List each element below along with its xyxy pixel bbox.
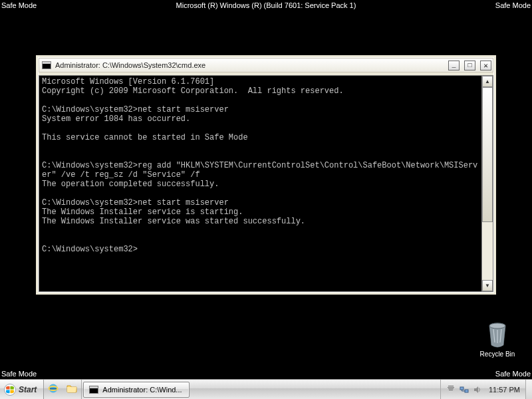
cmd-window-title: Administrator: C:\Windows\System32\cmd.e… — [55, 61, 444, 69]
tray-action-center-icon[interactable] — [446, 385, 456, 394]
system-tray: 11:57 PM — [440, 380, 525, 399]
maximize-button[interactable]: □ — [464, 61, 475, 70]
taskbar-task-label: Administrator: C:\Wind... — [102, 386, 182, 394]
quick-launch-ie[interactable] — [44, 380, 63, 399]
cmd-output[interactable]: Microsoft Windows [Version 6.1.7601] Cop… — [39, 76, 481, 291]
cmd-scrollbar[interactable]: ▲ ▼ — [481, 76, 493, 291]
cmd-window[interactable]: Administrator: C:\Windows\System32\cmd.e… — [35, 55, 497, 295]
ie-icon — [47, 382, 59, 397]
taskbar-task-cmd[interactable]: Administrator: C:\Wind... — [83, 382, 190, 398]
scroll-track[interactable] — [482, 87, 493, 280]
svg-rect-4 — [460, 387, 464, 390]
folder-icon — [66, 382, 78, 397]
cmd-titlebar[interactable]: Administrator: C:\Windows\System32\cmd.e… — [39, 58, 493, 72]
scroll-down-button[interactable]: ▼ — [482, 280, 493, 291]
windows-build-label: Microsoft (R) Windows (R) (Build 7601: S… — [176, 1, 356, 9]
svg-rect-5 — [465, 390, 468, 392]
safe-mode-label-bottom-right: Safe Mode — [495, 370, 531, 378]
minimize-button[interactable]: _ — [448, 61, 460, 70]
recycle-bin-label: Recycle Bin — [477, 350, 517, 358]
quick-launch — [44, 380, 82, 399]
scroll-thumb[interactable] — [482, 87, 493, 222]
taskbar: Start Administrator: C:\Wind... — [0, 379, 532, 399]
quick-launch-explorer[interactable] — [63, 380, 81, 399]
recycle-bin-icon — [485, 320, 509, 349]
taskbar-clock[interactable]: 11:57 PM — [486, 386, 520, 394]
svg-point-2 — [5, 384, 16, 395]
start-button[interactable]: Start — [0, 380, 44, 399]
safe-mode-label-top-left: Safe Mode — [1, 1, 37, 9]
svg-point-1 — [489, 323, 505, 329]
close-button[interactable]: ✕ — [480, 61, 491, 70]
cmd-icon — [42, 61, 51, 69]
scroll-up-button[interactable]: ▲ — [482, 76, 493, 87]
safe-mode-label-top-right: Safe Mode — [495, 1, 531, 9]
show-desktop-button[interactable] — [525, 380, 532, 399]
start-label: Start — [19, 385, 37, 394]
cmd-icon — [89, 386, 98, 394]
safe-mode-label-bottom-left: Safe Mode — [1, 370, 37, 378]
cmd-client-area: Microsoft Windows [Version 6.1.7601] Cop… — [39, 75, 493, 292]
recycle-bin-desktop-icon[interactable]: Recycle Bin — [477, 320, 517, 358]
tray-network-icon[interactable] — [460, 385, 469, 394]
tray-volume-icon[interactable] — [473, 385, 482, 394]
windows-orb-icon — [4, 384, 16, 396]
